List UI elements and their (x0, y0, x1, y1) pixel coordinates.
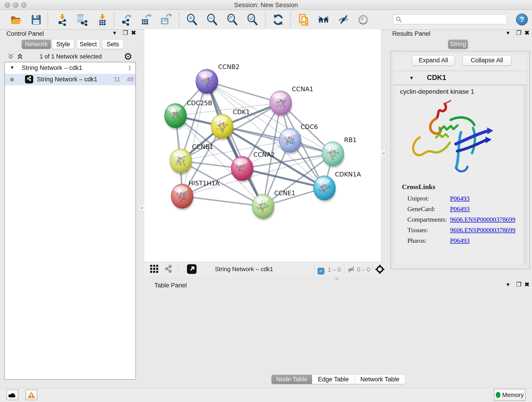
results-panel-menu-icon[interactable]: ▾ (503, 29, 513, 37)
network-type-icon (25, 75, 33, 83)
zoom-fit-icon[interactable] (226, 13, 239, 26)
node-label-CDC25B: CDC25B (187, 99, 212, 107)
collapse-all-button[interactable]: Collapse All (462, 55, 511, 66)
control-panel-float-icon[interactable]: ❐ (121, 29, 130, 37)
collection-count: 1 (128, 64, 131, 71)
export-network-icon[interactable] (120, 13, 133, 26)
node-label-CDKN1A: CDKN1A (335, 171, 361, 178)
selected-checkbox-icon[interactable]: ✓ (317, 266, 324, 274)
control-panel-tabs: NetworkStyleSelectSets (0, 40, 139, 49)
hide-selected-eye-icon[interactable] (337, 13, 350, 26)
node-CDKN1A[interactable] (313, 176, 336, 202)
tab-node-table[interactable]: Node Table (272, 375, 312, 384)
save-session-icon[interactable] (30, 13, 43, 26)
import-network-database-icon[interactable] (75, 13, 88, 26)
network-options-gear-icon[interactable]: ⚙ (124, 52, 133, 61)
collection-expander-icon[interactable]: ▾ (11, 64, 13, 70)
export-image-icon[interactable] (160, 13, 172, 26)
tab-string[interactable]: String (448, 40, 468, 49)
tab-style[interactable]: Style (52, 40, 74, 49)
crosslink-link[interactable]: 9606.ENSP00000378699 (450, 226, 515, 234)
hidden-eye-icon (347, 265, 355, 275)
results-panel-float-icon[interactable]: ❐ (514, 29, 523, 37)
crosslink-label: GeneCard: (407, 205, 435, 212)
warning-button[interactable] (25, 390, 37, 400)
node-HIST1H1A[interactable] (171, 184, 193, 210)
crosslink-row-tissues: Tissues:9606.ENSP00000378699 (407, 226, 522, 237)
search-input[interactable] (393, 14, 507, 24)
table-panel-close-icon[interactable]: ✖ (522, 281, 532, 289)
tab-network[interactable]: Network (22, 40, 51, 49)
network-share-icon[interactable] (164, 264, 173, 275)
tab-sets[interactable]: Sets (102, 40, 123, 49)
import-table-file-icon[interactable] (96, 13, 109, 26)
network-canvas[interactable]: CCNB2CCNA1CDC25BCDK1CDC6RB1CCNB1CCNA2CDK… (144, 29, 381, 262)
crosslink-label: Uniprot: (407, 195, 429, 202)
zoom-out-icon[interactable] (206, 13, 219, 26)
memory-button[interactable]: Memory (494, 389, 526, 401)
node-label-CDK1: CDK1 (233, 108, 250, 115)
cdk1-title: CDK1 (427, 74, 446, 82)
cdk1-section-header[interactable]: ▾ CDK1 (393, 71, 527, 85)
tab-network-table[interactable]: Network Table (355, 375, 405, 384)
zoom-in-icon[interactable] (186, 13, 199, 26)
import-network-file-icon[interactable] (56, 13, 69, 26)
control-panel-close-icon[interactable]: ✖ (129, 29, 138, 37)
collapse-all-chevron-icon[interactable] (7, 53, 14, 62)
zoom-selected-icon[interactable] (246, 13, 259, 26)
expand-all-button[interactable]: Expand All (412, 55, 455, 66)
edge-CCNB2-HIST1H1A[interactable] (182, 81, 207, 196)
crosslink-link[interactable]: P06493 (450, 195, 470, 202)
network-row[interactable]: String Network – cdk1 11 48 (5, 74, 135, 85)
edge-HIST1H1A-CCNE1[interactable] (182, 196, 263, 206)
cloud-icon (8, 392, 17, 398)
node-CCNA1[interactable] (270, 91, 292, 117)
edge-CCNB2-CCNE1[interactable] (207, 81, 263, 206)
network-collection-row[interactable]: ▾ String Network – cdk1 1 (5, 62, 135, 74)
crosslink-label: Compartments: (407, 216, 447, 223)
cdk1-expander-icon[interactable]: ▾ (410, 75, 413, 81)
export-table-icon[interactable] (140, 13, 152, 26)
open-file-icon[interactable] (10, 13, 22, 26)
help-button[interactable]: ? (516, 13, 528, 26)
results-panel: Results Panel ▾ ❐ ✖ String Expand All Co… (389, 29, 532, 277)
node-label-CCNA1: CCNA1 (292, 85, 313, 93)
crosslink-link[interactable]: P06493 (450, 205, 470, 213)
crosslinks-title: CrossLinks (402, 183, 435, 191)
refresh-icon[interactable] (272, 13, 285, 26)
copy-document-icon[interactable] (298, 13, 310, 26)
node-CCNB1[interactable] (170, 149, 192, 175)
toolbar-separator (48, 12, 48, 27)
node-CCNA2[interactable] (231, 156, 253, 182)
node-CDK1[interactable] (211, 114, 233, 140)
node-CCNE1[interactable] (252, 194, 274, 220)
tab-select[interactable]: Select (77, 40, 99, 49)
home-layout-icon[interactable] (317, 13, 330, 26)
crosslink-link[interactable]: P06493 (450, 237, 470, 244)
results-scrollbar[interactable] (524, 85, 527, 264)
toolbar-separator (265, 12, 266, 27)
string-network-graph[interactable]: CCNB2CCNA1CDC25BCDK1CDC6RB1CCNB1CCNA2CDK… (144, 29, 381, 262)
node-RB1[interactable] (322, 142, 344, 167)
expand-all-chevron-icon[interactable] (17, 53, 23, 62)
footer-separator (373, 264, 373, 274)
cloud-button[interactable] (6, 390, 18, 400)
search-field-wrap (393, 14, 507, 24)
node-CDC25B[interactable] (165, 104, 187, 129)
network-selection-status: 1 of 1 Network selected (27, 53, 114, 60)
table-panel-float-icon[interactable]: ❐ (514, 281, 523, 289)
table-panel-menu-icon[interactable]: ▾ (503, 281, 513, 289)
tab-edge-table[interactable]: Edge Table (312, 375, 355, 384)
right-splitter-handle[interactable] (381, 150, 386, 156)
pan-crosshair-icon[interactable] (375, 264, 385, 276)
birds-eye-view-icon[interactable] (150, 264, 158, 275)
network-edge-count: 48 (127, 76, 133, 83)
open-in-window-icon[interactable] (187, 264, 196, 274)
node-CCNB2[interactable] (196, 69, 218, 95)
show-all-eye-icon[interactable] (357, 13, 370, 26)
control-panel-menu-icon[interactable]: ▾ (110, 29, 119, 37)
crosslink-row-compartments: Compartments:9606.ENSP00000378699 (407, 216, 522, 226)
crosslink-link[interactable]: 9606.ENSP00000378699 (450, 216, 515, 223)
results-panel-close-icon[interactable]: ✖ (522, 29, 532, 37)
left-splitter-handle[interactable] (139, 205, 145, 211)
